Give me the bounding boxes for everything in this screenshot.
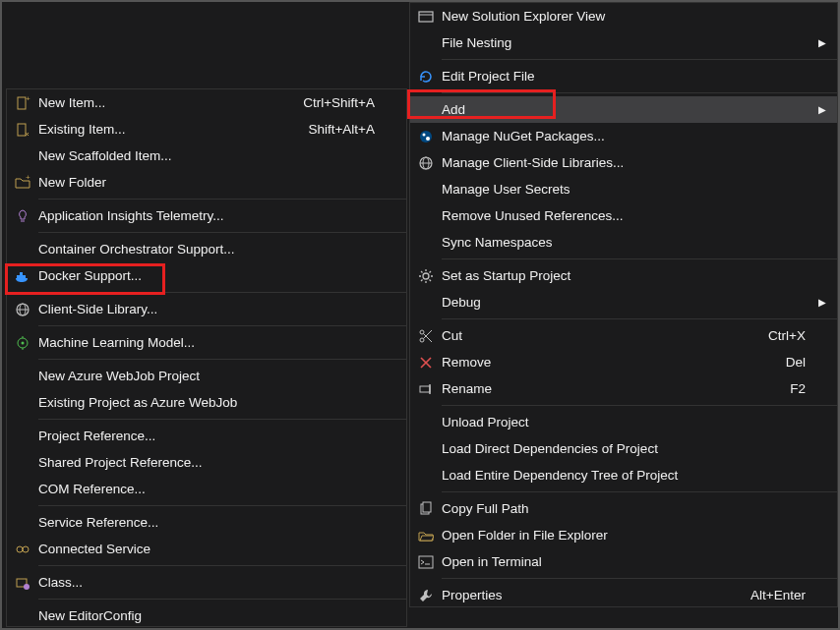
left_menu-item[interactable]: Shared Project Reference...: [7, 449, 406, 476]
menu-item-label: New Azure WebJob Project: [38, 369, 385, 383]
project-context-menu[interactable]: New Solution Explorer ViewFile Nesting▶E…: [409, 2, 838, 607]
left_menu-item[interactable]: Container Orchestrator Support...: [7, 236, 406, 262]
menu-separator: [38, 199, 406, 200]
submenu-arrow-icon: ▶: [815, 37, 829, 48]
menu-separator: [38, 232, 406, 233]
menu-separator: [442, 578, 837, 579]
left_menu-item[interactable]: Project Reference...: [7, 423, 406, 449]
menu-item-label: New Solution Explorer View: [442, 9, 815, 24]
menu-item-shortcut: F2: [790, 381, 815, 396]
menu-separator: [442, 258, 837, 259]
menu-item-label: Container Orchestrator Support...: [38, 242, 385, 257]
right_menu-item[interactable]: File Nesting▶: [410, 29, 837, 56]
scissors-icon: [410, 328, 442, 344]
gear-icon: [410, 268, 442, 284]
right_menu-item[interactable]: PropertiesAlt+Enter: [410, 582, 837, 608]
menu-item-label: Manage User Secrets: [442, 182, 815, 197]
wrench-icon: [410, 588, 442, 603]
menu-item-shortcut: Ctrl+X: [768, 328, 815, 343]
right_menu-item[interactable]: Manage User Secrets: [410, 176, 837, 202]
menu-item-label: Manage Client-Side Libraries...: [442, 155, 815, 170]
left_menu-item[interactable]: Application Insights Telemetry...: [7, 202, 406, 229]
menu-item-label: Existing Project as Azure WebJob: [38, 395, 385, 410]
solution-icon: [410, 9, 442, 25]
menu-item-label: Rename: [442, 381, 790, 396]
right_menu-item[interactable]: RemoveDel: [410, 349, 837, 375]
menu-item-label: New Item...: [38, 95, 303, 110]
menu-item-label: Client-Side Library...: [38, 302, 385, 316]
menu-item-label: Project Reference...: [38, 429, 385, 443]
right_menu-item[interactable]: Add▶: [410, 96, 837, 123]
menu-item-label: Application Insights Telemetry...: [38, 208, 385, 223]
left_menu-item[interactable]: COM Reference...: [7, 476, 406, 502]
left_menu-item[interactable]: New Folder: [7, 169, 406, 196]
lightbulb-icon: [7, 208, 38, 224]
menu-item-label: Sync Namespaces: [442, 235, 815, 250]
menu-item-label: New Folder: [38, 175, 385, 190]
menu-item-label: File Nesting: [442, 35, 815, 50]
right_menu-item[interactable]: Open Folder in File Explorer: [410, 522, 837, 548]
menu-separator: [442, 92, 837, 93]
menu-item-label: Edit Project File: [442, 69, 815, 84]
menu-separator: [442, 59, 837, 60]
menu-item-label: Cut: [442, 328, 768, 343]
docker-icon: [7, 268, 38, 284]
menu-item-label: Properties: [442, 588, 750, 602]
globe-icon: [7, 302, 38, 317]
right_menu-item[interactable]: New Solution Explorer View: [410, 3, 837, 29]
right_menu-item[interactable]: Copy Full Path: [410, 495, 837, 522]
menu-item-label: COM Reference...: [38, 482, 385, 496]
menu-item-label: Manage NuGet Packages...: [442, 129, 815, 143]
menu-separator: [38, 359, 406, 360]
menu-item-label: Debug: [442, 295, 815, 310]
right_menu-item[interactable]: CutCtrl+X: [410, 322, 837, 349]
menu-separator: [38, 565, 406, 566]
left_menu-item[interactable]: Client-Side Library...: [7, 296, 406, 322]
right_menu-item[interactable]: Sync Namespaces: [410, 229, 837, 256]
right_menu-item[interactable]: Manage NuGet Packages...: [410, 123, 837, 149]
right_menu-item[interactable]: RenameF2: [410, 375, 837, 402]
menu-separator: [442, 318, 837, 319]
menu-item-label: Copy Full Path: [442, 501, 815, 516]
menu-item-label: Connected Service: [38, 542, 385, 556]
menu-item-label: Load Direct Dependencies of Project: [442, 441, 815, 456]
menu-item-shortcut: Alt+Enter: [750, 588, 815, 602]
right_menu-item[interactable]: Load Entire Dependency Tree of Project: [410, 462, 837, 488]
menu-item-label: Unload Project: [442, 415, 815, 430]
class-icon: [7, 575, 38, 591]
right_menu-item[interactable]: Edit Project File: [410, 63, 837, 89]
right_menu-item[interactable]: Open in Terminal: [410, 548, 837, 575]
right_menu-item[interactable]: Unload Project: [410, 409, 837, 435]
right_menu-item[interactable]: Remove Unused References...: [410, 202, 837, 229]
right_menu-item[interactable]: Load Direct Dependencies of Project: [410, 435, 837, 462]
reload-icon: [410, 69, 442, 85]
submenu-arrow-icon: ▶: [815, 104, 829, 115]
left_menu-item[interactable]: Docker Support...: [7, 262, 406, 289]
right_menu-item[interactable]: Set as Startup Project: [410, 262, 837, 289]
menu-item-label: Remove: [442, 355, 786, 370]
menu-item-label: Class...: [38, 575, 385, 590]
right_menu-item[interactable]: Manage Client-Side Libraries...: [410, 149, 837, 176]
new-folder-icon: [7, 175, 38, 191]
left_menu-item[interactable]: New Azure WebJob Project: [7, 363, 406, 389]
right_menu-item[interactable]: Debug▶: [410, 289, 837, 315]
left_menu-item[interactable]: Existing Item...Shift+Alt+A: [7, 116, 406, 143]
menu-item-shortcut: Del: [786, 355, 815, 370]
left_menu-item[interactable]: Service Reference...: [7, 509, 406, 536]
left_menu-item[interactable]: New Scaffolded Item...: [7, 143, 406, 169]
menu-separator: [38, 599, 406, 600]
menu-item-label: Shared Project Reference...: [38, 455, 385, 470]
globe-icon: [410, 155, 442, 171]
add-submenu[interactable]: New Item...Ctrl+Shift+AExisting Item...S…: [6, 88, 407, 627]
left_menu-item[interactable]: New EditorConfig: [7, 602, 406, 629]
left_menu-item[interactable]: Existing Project as Azure WebJob: [7, 389, 406, 416]
left_menu-item[interactable]: Machine Learning Model...: [7, 329, 406, 356]
menu-item-label: Remove Unused References...: [442, 208, 815, 223]
left_menu-item[interactable]: New Item...Ctrl+Shift+A: [7, 89, 406, 116]
menu-separator: [38, 292, 406, 293]
menu-separator: [442, 491, 837, 492]
left_menu-item[interactable]: Connected Service: [7, 536, 406, 562]
menu-item-label: Service Reference...: [38, 515, 385, 530]
left_menu-item[interactable]: Class...: [7, 569, 406, 596]
terminal-icon: [410, 554, 442, 570]
